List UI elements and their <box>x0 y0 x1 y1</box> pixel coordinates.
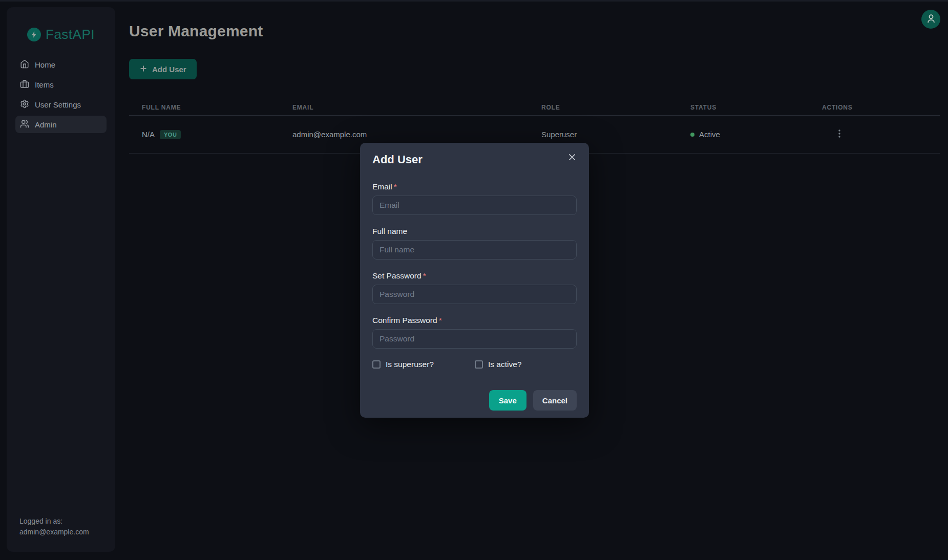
logged-in-label: Logged in as: <box>19 516 102 527</box>
sidebar-item-user-settings[interactable]: User Settings <box>15 96 107 113</box>
page-title: User Management <box>129 23 940 40</box>
sidebar-item-home[interactable]: Home <box>15 56 107 73</box>
column-header-email: EMAIL <box>280 99 529 115</box>
kebab-icon <box>835 128 844 140</box>
user-avatar-icon <box>926 13 936 25</box>
required-mark: * <box>394 182 397 191</box>
sidebar-item-label: Admin <box>35 120 57 129</box>
logged-in-email: admin@example.com <box>19 527 102 538</box>
password-field[interactable] <box>372 285 577 304</box>
add-user-modal: Add User Email* Full name Set Password* … <box>360 143 589 418</box>
column-header-actions: ACTIONS <box>809 99 940 115</box>
active-checkbox-label: Is active? <box>488 360 521 369</box>
checkbox-row: Is superuser? Is active? <box>372 360 577 369</box>
avatar-button[interactable] <box>921 10 940 29</box>
gear-icon <box>20 99 29 110</box>
sidebar-item-label: User Settings <box>35 100 81 109</box>
users-icon <box>20 119 29 130</box>
full-name-label: Full name <box>372 226 577 236</box>
logged-in-info: Logged in as: admin@example.com <box>7 516 115 552</box>
sidebar-nav: Home Items User Settings Admin <box>7 56 115 136</box>
modal-footer: Save Cancel <box>372 390 577 411</box>
home-icon <box>20 59 29 70</box>
email-field[interactable] <box>372 196 577 215</box>
set-password-label: Set Password* <box>372 271 577 281</box>
cell-full-name: N/A YOU <box>129 116 280 153</box>
confirm-password-label: Confirm Password* <box>372 315 577 325</box>
active-checkbox[interactable] <box>475 360 483 369</box>
is-active-group: Is active? <box>475 360 521 369</box>
cell-actions <box>809 116 940 153</box>
full-name-field[interactable] <box>372 240 577 260</box>
sidebar: FastAPI Home Items User Settings Admin <box>7 7 115 552</box>
label-text: Set Password <box>372 271 422 280</box>
required-mark: * <box>439 316 442 325</box>
modal-title: Add User <box>372 153 577 166</box>
superuser-checkbox[interactable] <box>372 360 381 369</box>
status-value: Active <box>699 130 720 139</box>
brand-name: FastAPI <box>46 27 95 42</box>
column-header-role: ROLE <box>529 99 678 115</box>
brand-logo: FastAPI <box>7 27 115 42</box>
sidebar-item-items[interactable]: Items <box>15 76 107 93</box>
status-dot <box>690 133 694 137</box>
column-header-full-name: FULL NAME <box>129 99 280 115</box>
add-user-button[interactable]: Add User <box>129 59 197 79</box>
required-mark: * <box>423 271 426 280</box>
label-text: Confirm Password <box>372 316 437 325</box>
close-icon <box>567 153 577 163</box>
sidebar-item-label: Home <box>35 60 55 69</box>
label-text: Email <box>372 182 392 191</box>
sidebar-item-label: Items <box>35 80 54 89</box>
superuser-checkbox-label: Is superuser? <box>386 360 434 369</box>
main-content: User Management Add User FULL NAME EMAIL… <box>129 0 940 154</box>
row-actions-button[interactable] <box>833 127 846 142</box>
confirm-password-field[interactable] <box>372 329 577 349</box>
cell-status: Active <box>678 116 809 153</box>
full-name-value: N/A <box>142 130 155 139</box>
cancel-button[interactable]: Cancel <box>533 390 577 411</box>
you-badge: YOU <box>160 130 181 139</box>
plus-icon <box>139 64 148 74</box>
label-text: Full name <box>372 227 407 235</box>
save-button[interactable]: Save <box>489 390 526 411</box>
briefcase-icon <box>20 79 29 90</box>
close-button[interactable] <box>565 151 579 164</box>
email-label: Email* <box>372 182 577 191</box>
add-user-button-label: Add User <box>152 65 186 74</box>
table-header-row: FULL NAME EMAIL ROLE STATUS ACTIONS <box>129 99 940 116</box>
is-superuser-group: Is superuser? <box>372 360 475 369</box>
sidebar-item-admin[interactable]: Admin <box>15 116 107 133</box>
zap-icon <box>27 28 41 41</box>
column-header-status: STATUS <box>678 99 809 115</box>
